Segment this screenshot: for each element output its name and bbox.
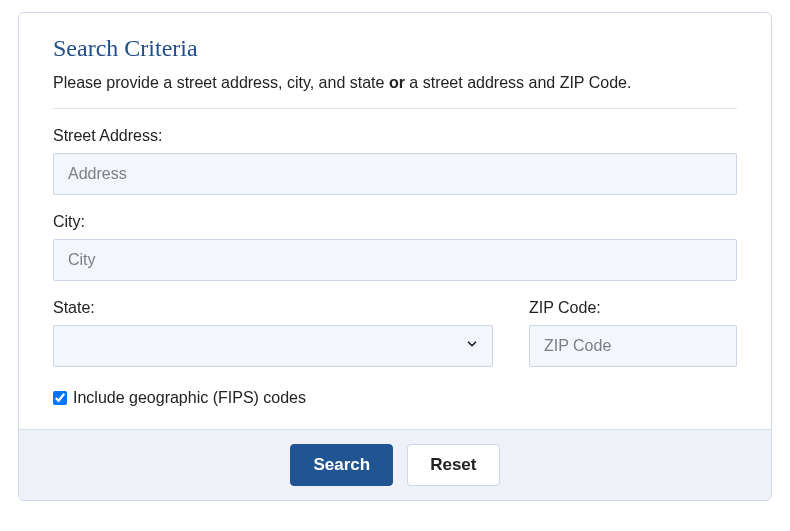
instruction-before: Please provide a street address, city, a…	[53, 74, 389, 91]
city-field: City:	[53, 213, 737, 281]
zip-label: ZIP Code:	[529, 299, 737, 317]
city-label: City:	[53, 213, 737, 231]
reset-button[interactable]: Reset	[407, 444, 499, 486]
state-label: State:	[53, 299, 493, 317]
street-field: Street Address:	[53, 127, 737, 195]
card-body: Search Criteria Please provide a street …	[19, 13, 771, 429]
street-label: Street Address:	[53, 127, 737, 145]
search-criteria-card: Search Criteria Please provide a street …	[18, 12, 772, 501]
card-title: Search Criteria	[53, 35, 737, 62]
fips-checkbox-row: Include geographic (FIPS) codes	[53, 389, 737, 407]
city-input[interactable]	[53, 239, 737, 281]
instruction-bold: or	[389, 74, 405, 91]
instruction-text: Please provide a street address, city, a…	[53, 72, 737, 94]
fips-checkbox[interactable]	[53, 391, 67, 405]
state-field: State:	[53, 299, 493, 367]
state-select[interactable]	[53, 325, 493, 367]
zip-field: ZIP Code:	[529, 299, 737, 367]
card-footer: Search Reset	[19, 429, 771, 500]
search-button[interactable]: Search	[290, 444, 393, 486]
instruction-after: a street address and ZIP Code.	[405, 74, 632, 91]
zip-input[interactable]	[529, 325, 737, 367]
divider	[53, 108, 737, 109]
fips-checkbox-label: Include geographic (FIPS) codes	[73, 389, 306, 407]
street-input[interactable]	[53, 153, 737, 195]
